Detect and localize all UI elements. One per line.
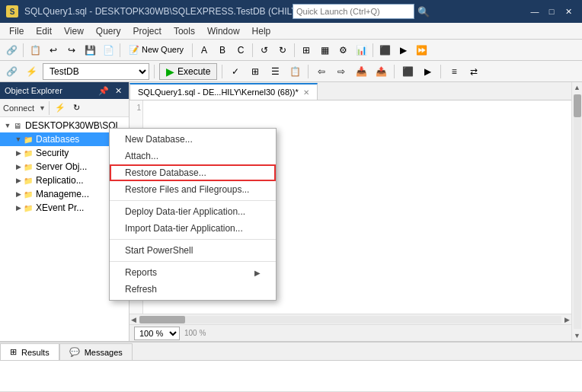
menu-view[interactable]: View — [58, 24, 90, 38]
databases-expand-icon[interactable]: ▼ — [14, 135, 23, 144]
toolbar2-btn-4[interactable]: ⊞ — [247, 63, 264, 80]
oe-filter-btn[interactable]: ⚡ — [53, 101, 68, 115]
menu-file[interactable]: File — [3, 24, 30, 38]
toolbar-sep-1 — [23, 43, 24, 57]
toolbar-btn-11[interactable]: ↺ — [256, 42, 273, 59]
menu-window[interactable]: Window — [201, 24, 246, 38]
cm-reports[interactable]: Reports ▶ — [110, 264, 276, 281]
query-tab[interactable]: SQLQuery1.sql - DE...HILY\Kernel30 (68))… — [130, 83, 318, 100]
cm-restore-files[interactable]: Restore Files and Filegroups... — [110, 181, 276, 198]
toolbar2-btn-10[interactable]: 📤 — [373, 63, 389, 80]
toolbar2-btn-7[interactable]: ⇦ — [313, 63, 330, 80]
h-scroll-right-arrow[interactable]: ▶ — [563, 316, 571, 323]
cm-import-data-tier[interactable]: Import Data-tier Application... — [110, 220, 276, 237]
cm-start-powershell[interactable]: Start PowerShell — [110, 242, 276, 259]
new-connection-btn[interactable]: 🔗 — [3, 42, 20, 59]
toolbar2-btn-3[interactable]: ✓ — [227, 63, 244, 80]
toolbar-btn-4[interactable]: ↪ — [63, 42, 80, 59]
query-toolbar: 🔗 ⚡ TestDB ▶ Execute ✓ ⊞ ☰ 📋 ⇦ ⇨ 📥 📤 ⬛ ▶… — [0, 61, 582, 82]
cm-new-database[interactable]: New Database... — [110, 131, 276, 148]
oe-header: Object Explorer 📌 ✕ — [0, 82, 129, 99]
management-label: Manageme... — [36, 189, 89, 199]
menu-tools[interactable]: Tools — [168, 24, 201, 38]
execute-button[interactable]: ▶ Execute — [159, 63, 217, 80]
connect-dropdown-icon[interactable]: ▼ — [39, 104, 46, 112]
replication-label: Replicatio... — [36, 175, 84, 186]
h-scrollbar[interactable]: ◀ ▶ — [130, 314, 571, 324]
scroll-up-arrow[interactable]: ▲ — [572, 82, 582, 93]
results-tab[interactable]: ⊞ Results — [0, 343, 59, 360]
toolbar2-btn-9[interactable]: 📥 — [353, 63, 369, 80]
cm-attach[interactable]: Attach... — [110, 148, 276, 164]
toolbar2-btn-8[interactable]: ⇨ — [333, 63, 350, 80]
server-expand-icon[interactable]: ▼ — [3, 121, 12, 130]
toolbar-btn-13[interactable]: ⊞ — [298, 42, 315, 59]
bottom-area: ⊞ Results 💬 Messages — [0, 341, 582, 392]
cm-refresh[interactable]: Refresh — [110, 281, 276, 298]
scroll-thumb[interactable] — [574, 94, 581, 117]
menu-query[interactable]: Query — [90, 24, 127, 38]
object-explorer: Object Explorer 📌 ✕ Connect ▼ ⚡ ↻ ▼ 🖥 DE… — [0, 82, 130, 341]
menu-bar: File Edit View Query Project Tools Windo… — [0, 23, 582, 40]
toolbar-btn-15[interactable]: ⚙ — [334, 42, 351, 59]
toolbar-btn-12[interactable]: ↻ — [274, 42, 291, 59]
cm-deploy-data-tier[interactable]: Deploy Data-tier Application... — [110, 203, 276, 220]
menu-project[interactable]: Project — [127, 24, 168, 38]
right-scrollbar[interactable]: ▲ ▼ — [571, 82, 582, 341]
toolbar2-btn-1[interactable]: 🔗 — [3, 63, 20, 80]
toolbar2-btn-6[interactable]: 📋 — [286, 63, 303, 80]
zoom-select[interactable]: 100 % — [134, 327, 180, 340]
toolbar2-btn-5[interactable]: ☰ — [267, 63, 283, 80]
toolbar-btn-6[interactable]: 📄 — [100, 42, 117, 59]
toolbar2-sep-4 — [394, 65, 395, 78]
management-expand-icon[interactable]: ▶ — [14, 190, 23, 199]
toolbar-sep-4 — [252, 43, 253, 57]
toolbar-btn-14[interactable]: ▦ — [316, 42, 333, 59]
cm-restore-database[interactable]: Restore Database... — [110, 164, 276, 181]
h-scroll-track[interactable] — [139, 316, 561, 323]
oe-title: Object Explorer — [5, 86, 62, 95]
toolbar2-btn-14[interactable]: ⇄ — [465, 63, 482, 80]
tab-close-icon[interactable]: ✕ — [303, 88, 309, 97]
toolbar-btn-16[interactable]: 📊 — [353, 42, 369, 59]
toolbar-btn-10[interactable]: C — [232, 42, 249, 59]
new-query-btn[interactable]: 📝 New Query — [123, 42, 189, 59]
scroll-down-arrow[interactable]: ▼ — [572, 330, 582, 341]
play-icon: ▶ — [166, 65, 174, 78]
minimize-button[interactable]: — — [527, 5, 542, 18]
app-icon: S — [6, 5, 18, 18]
toolbar-btn-19[interactable]: ⏩ — [413, 42, 430, 59]
toolbar-btn-9[interactable]: B — [214, 42, 231, 59]
menu-help[interactable]: Help — [246, 24, 277, 38]
oe-close-button[interactable]: ✕ — [113, 86, 124, 96]
result-content — [0, 361, 582, 391]
h-scroll-left-arrow[interactable]: ◀ — [130, 316, 138, 323]
replication-expand-icon[interactable]: ▶ — [14, 176, 23, 185]
results-tab-icon: ⊞ — [10, 347, 17, 357]
quick-launch-input[interactable] — [293, 4, 414, 19]
xevent-expand-icon[interactable]: ▶ — [14, 203, 23, 212]
toolbar2-btn-12[interactable]: ▶ — [419, 63, 436, 80]
h-scroll-thumb[interactable] — [139, 316, 185, 323]
server-obj-expand-icon[interactable]: ▶ — [14, 162, 23, 171]
security-expand-icon[interactable]: ▶ — [14, 148, 23, 158]
toolbar2-btn-11[interactable]: ⬛ — [399, 63, 416, 80]
oe-pin-button[interactable]: 📌 — [96, 86, 111, 96]
messages-tab[interactable]: 💬 Messages — [59, 343, 133, 360]
menu-edit[interactable]: Edit — [30, 24, 58, 38]
database-select[interactable]: TestDB — [43, 63, 149, 80]
toolbar-btn-8[interactable]: A — [196, 42, 213, 59]
toolbar-btn-5[interactable]: 💾 — [82, 42, 98, 59]
line-1: 1 — [130, 104, 142, 116]
toolbar-btn-18[interactable]: ▶ — [395, 42, 411, 59]
oe-refresh-btn[interactable]: ↻ — [69, 101, 85, 115]
maximize-button[interactable]: □ — [544, 5, 559, 18]
toolbar2-btn-2[interactable]: ⚡ — [23, 63, 40, 80]
toolbar-btn-2[interactable]: 📋 — [27, 42, 43, 59]
toolbar-btn-17[interactable]: ⬛ — [376, 42, 393, 59]
close-button[interactable]: ✕ — [561, 5, 576, 18]
toolbar-btn-3[interactable]: ↩ — [45, 42, 62, 59]
toolbar2-btn-13[interactable]: ≡ — [446, 63, 462, 80]
connect-label[interactable]: Connect — [3, 104, 34, 113]
scroll-track[interactable] — [574, 94, 581, 329]
